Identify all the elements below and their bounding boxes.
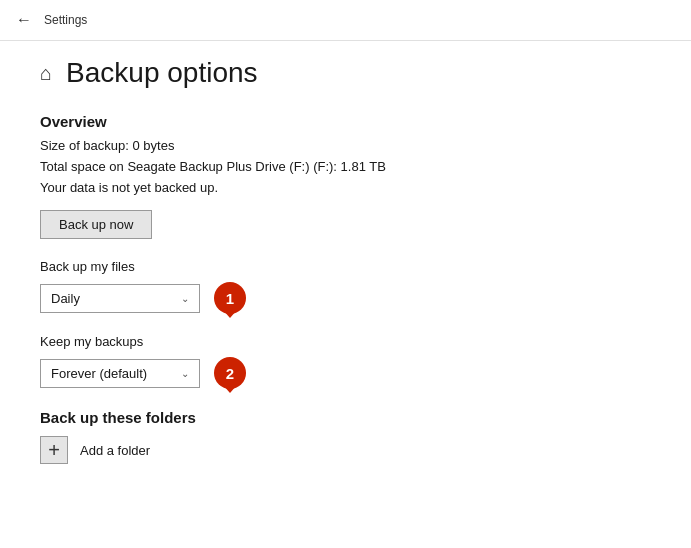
backup-frequency-row: Daily ⌄ 1	[40, 282, 651, 314]
backup-size-line: Size of backup: 0 bytes	[40, 136, 651, 157]
add-folder-row: + Add a folder	[40, 436, 651, 464]
total-space-line: Total space on Seagate Backup Plus Drive…	[40, 157, 651, 178]
chevron-down-icon: ⌄	[181, 293, 189, 304]
folders-section: Back up these folders + Add a folder	[40, 409, 651, 464]
keep-backups-label: Keep my backups	[40, 334, 651, 349]
divider	[0, 40, 691, 41]
home-icon: ⌂	[40, 62, 52, 85]
backup-now-button[interactable]: Back up now	[40, 210, 152, 239]
page-header: ⌂ Backup options	[40, 57, 651, 89]
title-bar: ← Settings	[0, 0, 691, 40]
backup-status-line: Your data is not yet backed up.	[40, 178, 651, 199]
backup-frequency-label: Back up my files	[40, 259, 651, 274]
badge-2: 2	[214, 357, 246, 389]
backup-frequency-dropdown[interactable]: Daily ⌄	[40, 284, 200, 313]
add-folder-button[interactable]: +	[40, 436, 68, 464]
badge-1: 1	[214, 282, 246, 314]
add-folder-text: Add a folder	[80, 443, 150, 458]
keep-backups-dropdown[interactable]: Forever (default) ⌄	[40, 359, 200, 388]
overview-title: Overview	[40, 113, 651, 130]
main-content: ⌂ Backup options Overview Size of backup…	[0, 45, 691, 548]
page-title: Backup options	[66, 57, 257, 89]
app-title: Settings	[44, 13, 87, 27]
keep-backups-section: Keep my backups Forever (default) ⌄ 2	[40, 334, 651, 389]
back-button[interactable]: ←	[16, 11, 32, 29]
backup-frequency-section: Back up my files Daily ⌄ 1	[40, 259, 651, 314]
folders-title: Back up these folders	[40, 409, 651, 426]
settings-window: ← Settings ⌂ Backup options Overview Siz…	[0, 0, 691, 548]
keep-backups-value: Forever (default)	[51, 366, 147, 381]
keep-backups-row: Forever (default) ⌄ 2	[40, 357, 651, 389]
overview-section: Overview Size of backup: 0 bytes Total s…	[40, 113, 651, 239]
chevron-down-icon-2: ⌄	[181, 368, 189, 379]
backup-frequency-value: Daily	[51, 291, 80, 306]
